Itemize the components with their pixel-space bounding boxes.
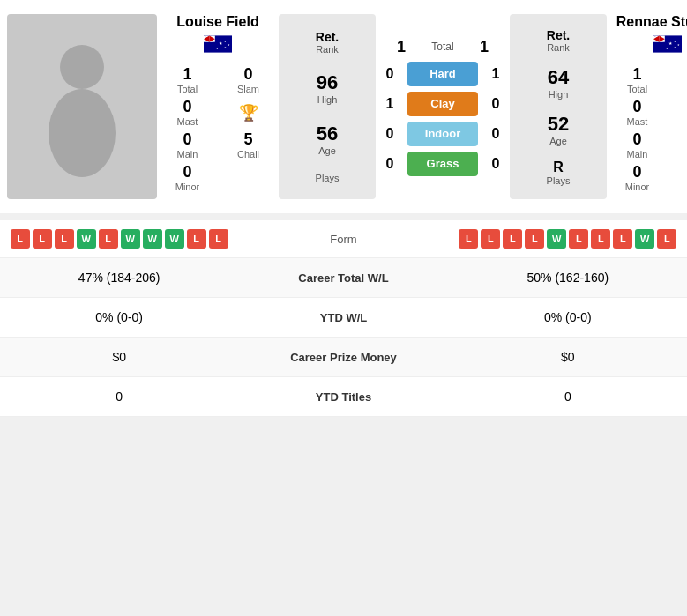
hard-p2: 1: [485, 66, 506, 82]
player2-rank-sub: Rank: [547, 42, 570, 53]
svg-point-0: [60, 45, 104, 89]
player1-minor-label: Minor: [175, 182, 200, 192]
player1-ret-rank: Ret. Rank: [316, 30, 339, 55]
player1-high-value: 96: [317, 71, 338, 94]
form-badge-w: W: [121, 229, 140, 249]
form-badge-l: L: [503, 229, 522, 249]
player1-chall-label: Chall: [237, 149, 259, 160]
player1-mast-item: 0 Mast: [161, 98, 214, 127]
player1-middle-stats: Ret. Rank 96 High 56 Age Plays: [279, 14, 376, 199]
prize-label: Career Prize Money: [231, 351, 455, 364]
player2-minor-value: 0: [632, 163, 641, 182]
player2-chall-item: 2 Chall: [671, 130, 687, 160]
surface-indoor-row: 0 Indoor 0: [379, 122, 506, 146]
player1-chall-value: 5: [243, 130, 252, 149]
player1-minor-value: 0: [183, 163, 191, 182]
main-container: Louise Field ★ ★ ★ ★ ★ 1 Total: [0, 0, 687, 417]
player2-high: 64 High: [548, 66, 569, 100]
total-p1: 1: [392, 38, 410, 56]
surface-hard-row: 0 Hard 1: [379, 62, 506, 86]
career-wl-p2: 50% (162-160): [456, 271, 680, 285]
form-badge-l: L: [99, 229, 118, 249]
grass-p2: 0: [485, 156, 506, 172]
form-badge-l: L: [33, 229, 52, 249]
player1-total-value: 1: [183, 65, 191, 84]
ytd-wl-label: YTD W/L: [231, 311, 455, 324]
player2-stats: 1 Total 0 Slam 0 Mast 🏆 0 Main: [610, 65, 687, 192]
svg-text:★: ★: [666, 47, 668, 50]
svg-text:★: ★: [216, 47, 219, 50]
player1-mast-value: 0: [183, 98, 191, 116]
player1-name: Louise Field: [176, 14, 258, 30]
career-wl-row: 47% (184-206) Career Total W/L 50% (162-…: [0, 258, 687, 298]
player2-form: LLLLWLLLWL: [456, 229, 680, 249]
ytd-wl-p1: 0% (0-0): [7, 310, 231, 324]
player1-flag: ★ ★ ★ ★ ★: [204, 35, 232, 53]
player1-trophy-icon: 🏆: [239, 103, 258, 122]
player2-mast-item: 0 Mast: [610, 98, 664, 127]
player1-age: 56 Age: [317, 122, 338, 156]
form-badge-w: W: [635, 229, 654, 249]
center-comparison: 1 Total 1 0 Hard 1 1 Clay 0 0 Indoor 0 0: [379, 14, 506, 199]
career-wl-p1: 47% (184-206): [7, 271, 231, 285]
form-row: LLLWLWWWLL Form LLLLWLLLWL: [0, 220, 687, 258]
player2-flag: ★ ★ ★ ★ ★: [653, 35, 682, 53]
player1-high-label: High: [317, 94, 338, 105]
indoor-button: Indoor: [407, 122, 478, 146]
svg-point-1: [49, 89, 116, 177]
player1-total-label: Total: [177, 84, 198, 94]
svg-text:★: ★: [674, 46, 676, 49]
indoor-p1: 0: [379, 126, 400, 142]
form-badge-w: W: [143, 229, 162, 249]
surface-clay-row: 1 Clay 0: [379, 92, 506, 116]
form-badge-w: W: [77, 229, 96, 249]
total-label: Total: [421, 41, 465, 53]
player1-rank-sub: Rank: [316, 44, 339, 55]
clay-button: Clay: [407, 92, 478, 116]
form-badge-l: L: [459, 229, 478, 249]
player1-main-item: 0 Main: [161, 130, 214, 160]
player1-ret-label: Ret.: [316, 30, 339, 44]
form-badge-l: L: [613, 229, 632, 249]
form-badge-l: L: [569, 229, 588, 249]
player2-main-item: 0 Main: [610, 130, 664, 160]
grass-p1: 0: [379, 156, 400, 172]
player2-minor-label: Minor: [625, 182, 650, 192]
svg-text:★: ★: [677, 43, 680, 47]
player2-mast-label: Mast: [627, 116, 648, 127]
player2-age-label: Age: [548, 136, 569, 146]
player2-slam-item: 0 Slam: [671, 65, 687, 94]
clay-p2: 0: [485, 96, 506, 112]
form-badge-l: L: [657, 229, 676, 249]
svg-text:★: ★: [224, 46, 227, 49]
player2-main-label: Main: [627, 149, 648, 160]
player1-plays: Plays: [316, 173, 340, 183]
total-p2: 1: [475, 38, 493, 56]
player1-slam-label: Slam: [237, 84, 259, 94]
prize-p1: $0: [7, 350, 231, 364]
ytd-titles-p2: 0: [456, 390, 680, 404]
surface-grass-row: 0 Grass 0: [379, 152, 506, 176]
player2-high-label: High: [548, 89, 569, 100]
form-badge-l: L: [11, 229, 30, 249]
player1-photo: [7, 14, 157, 199]
form-badge-w: W: [547, 229, 566, 249]
player1-age-value: 56: [317, 122, 338, 145]
player2-main-value: 0: [632, 130, 641, 149]
prize-row: $0 Career Prize Money $0: [0, 338, 687, 377]
player2-high-value: 64: [548, 66, 569, 89]
player2-plays: R Plays: [547, 160, 571, 186]
player1-stats: 1 Total 0 Slam 0 Mast 🏆 0 Main: [161, 65, 275, 192]
indoor-p2: 0: [485, 126, 506, 142]
ytd-titles-label: YTD Titles: [231, 390, 455, 404]
grass-button: Grass: [407, 152, 478, 176]
player2-name: Rennae Stubbs: [616, 14, 687, 30]
player2-ret-rank: Ret. Rank: [547, 28, 570, 53]
player2-middle-stats: Ret. Rank 64 High 52 Age R Plays: [510, 14, 607, 199]
prize-p2: $0: [456, 350, 680, 364]
player1-main-value: 0: [183, 130, 191, 149]
player1-age-label: Age: [317, 145, 338, 156]
player2-plays-label: Plays: [547, 175, 571, 186]
ytd-wl-p2: 0% (0-0): [456, 310, 680, 324]
player1-form: LLLWLWWWLL: [7, 229, 231, 249]
